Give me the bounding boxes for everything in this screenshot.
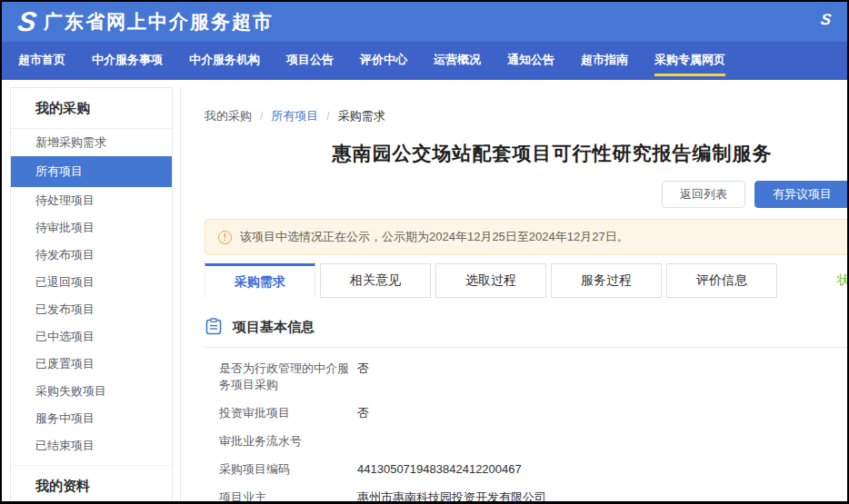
field-value: 4413050719483842412200467 xyxy=(357,461,522,478)
field-value: 否 xyxy=(357,405,369,421)
tab-related-opinions[interactable]: 相关意见 xyxy=(320,263,431,298)
corner-logo-icon[interactable]: S xyxy=(819,11,832,29)
sidebar-item-finished[interactable]: 已结束项目 xyxy=(11,432,172,460)
detail-tabs: 采购需求 相关意见 选取过程 服务过程 评价信息 状 xyxy=(205,263,849,298)
field-row-project-owner: 项目业主 惠州市惠南科技园投资开发有限公司 xyxy=(219,489,849,504)
site-logo-icon: S xyxy=(16,8,36,35)
sidebar-section-my-profile: 我的资料 xyxy=(11,465,172,504)
sidebar: 我的采购 新增采购需求 所有项目 待处理项目 待审批项目 待发布项目 已退回项目… xyxy=(10,87,173,501)
sidebar-item-pending-publish[interactable]: 待发布项目 xyxy=(11,242,172,269)
main-nav: 超市首页 中介服务事项 中介服务机构 项目公告 评价中心 运营概况 通知公告 超… xyxy=(2,42,847,80)
field-row-project-code: 采购项目编码 4413050719483842412200467 xyxy=(219,461,849,478)
nav-item-notices[interactable]: 通知公告 xyxy=(507,46,554,76)
breadcrumb: 我的采购 / 所有项目 / 采购需求 xyxy=(205,108,849,124)
field-row-admin-intermediary: 是否为行政管理的中介服务项目采购 否 xyxy=(219,361,849,393)
browser-frame: S 广东省网上中介服务超市 S 超市首页 中介服务事项 中介服务机构 项目公告 … xyxy=(0,0,849,504)
page-body: 我的采购 新增采购需求 所有项目 待处理项目 待审批项目 待发布项目 已退回项目… xyxy=(2,80,847,501)
breadcrumb-all-projects[interactable]: 所有项目 xyxy=(271,108,318,124)
breadcrumb-separator: / xyxy=(260,110,263,123)
warning-icon: ! xyxy=(218,231,232,244)
section-basic-info-header: 项目基本信息 xyxy=(205,318,849,348)
objection-project-button[interactable]: 有异议项目 xyxy=(754,181,849,208)
tab-evaluation-info[interactable]: 评价信息 xyxy=(666,263,777,298)
publicity-notice-banner: ! 该项目中选情况正在公示，公示期为2024年12月25日至2024年12月27… xyxy=(205,219,849,255)
field-label: 项目业主 xyxy=(219,489,357,504)
section-title: 项目基本信息 xyxy=(233,319,315,336)
sidebar-item-abandoned[interactable]: 已废置项目 xyxy=(11,351,172,378)
sidebar-item-returned[interactable]: 已退回项目 xyxy=(11,269,172,296)
nav-item-procurement-page[interactable]: 采购专属网页 xyxy=(654,46,725,76)
nav-item-service-agencies[interactable]: 中介服务机构 xyxy=(189,46,260,76)
action-buttons: 返回列表 有异议项目 xyxy=(205,181,849,208)
field-label: 审批业务流水号 xyxy=(219,433,357,450)
sidebar-item-selected-winner[interactable]: 已中选项目 xyxy=(11,323,172,351)
clipboard-icon xyxy=(205,318,223,336)
basic-info-fields: 是否为行政管理的中介服务项目采购 否 投资审批项目 否 审批业务流水号 采购项目… xyxy=(205,361,849,504)
sidebar-item-failed[interactable]: 采购失败项目 xyxy=(11,378,172,405)
site-brand[interactable]: S 广东省网上中介服务超市 xyxy=(18,8,274,35)
sidebar-item-all-projects[interactable]: 所有项目 xyxy=(11,156,172,187)
field-row-investment-approval: 投资审批项目 否 xyxy=(219,405,849,421)
nav-item-guide[interactable]: 超市指南 xyxy=(581,46,628,76)
sidebar-item-pending-projects[interactable]: 待处理项目 xyxy=(11,187,172,214)
breadcrumb-my-procurement[interactable]: 我的采购 xyxy=(205,108,252,124)
nav-item-evaluation-center[interactable]: 评价中心 xyxy=(360,46,407,76)
breadcrumb-separator: / xyxy=(326,110,329,123)
sidebar-item-pending-approval[interactable]: 待审批项目 xyxy=(11,214,172,242)
page-title: 惠南园公交场站配套项目可行性研究报告编制服务 xyxy=(205,141,849,166)
main-content: 我的采购 / 所有项目 / 采购需求 惠南园公交场站配套项目可行性研究报告编制服… xyxy=(180,87,849,501)
nav-item-home[interactable]: 超市首页 xyxy=(18,46,65,76)
sidebar-section-my-procurement: 我的采购 xyxy=(11,88,172,129)
nav-item-service-matters[interactable]: 中介服务事项 xyxy=(92,46,163,76)
sidebar-item-published[interactable]: 已发布项目 xyxy=(11,296,172,323)
field-label: 是否为行政管理的中介服务项目采购 xyxy=(219,361,357,393)
status-label-clipped: 状 xyxy=(837,272,849,289)
field-row-approval-serial-number: 审批业务流水号 xyxy=(219,433,849,450)
sidebar-item-in-service[interactable]: 服务中项目 xyxy=(11,405,172,432)
tab-service-process[interactable]: 服务过程 xyxy=(551,263,662,298)
site-title: 广东省网上中介服务超市 xyxy=(44,9,274,35)
field-value: 惠州市惠南科技园投资开发有限公司 xyxy=(357,489,546,504)
tab-procurement-demand[interactable]: 采购需求 xyxy=(205,263,315,298)
nav-item-project-announcements[interactable]: 项目公告 xyxy=(286,46,334,76)
site-header: S 广东省网上中介服务超市 S xyxy=(2,2,847,42)
breadcrumb-procurement-demand: 采购需求 xyxy=(338,108,385,124)
field-value: 否 xyxy=(357,361,369,393)
field-label: 采购项目编码 xyxy=(219,461,357,478)
notice-text: 该项目中选情况正在公示，公示期为2024年12月25日至2024年12月27日。 xyxy=(240,229,629,245)
field-label: 投资审批项目 xyxy=(219,405,357,421)
back-to-list-button[interactable]: 返回列表 xyxy=(662,181,745,208)
tab-selection-process[interactable]: 选取过程 xyxy=(435,263,546,298)
sidebar-item-new-procurement[interactable]: 新增采购需求 xyxy=(11,129,172,156)
nav-item-operation-overview[interactable]: 运营概况 xyxy=(434,46,481,76)
